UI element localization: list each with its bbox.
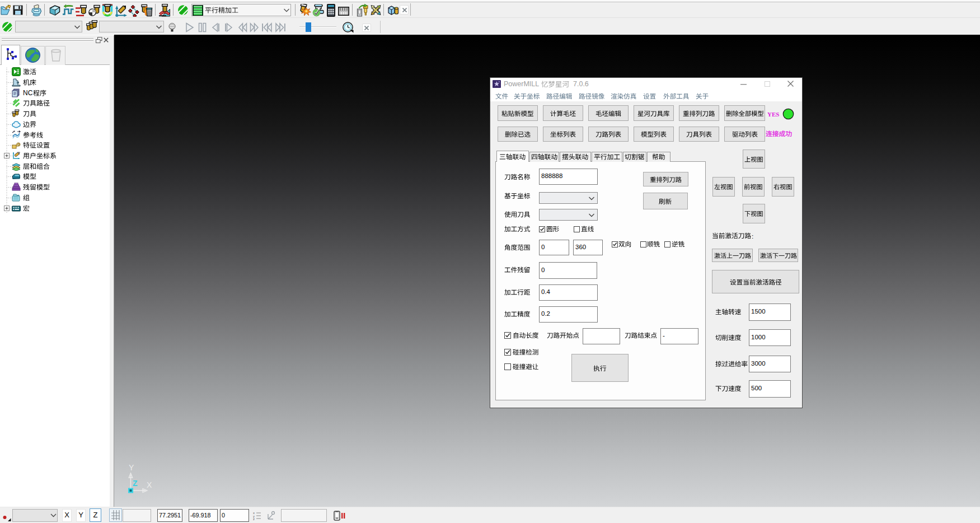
svg-text:Z: Z — [133, 479, 138, 488]
svg-text:z: z — [253, 517, 255, 520]
svg-text:Y: Y — [129, 463, 134, 472]
svg-text:X: X — [147, 480, 152, 489]
